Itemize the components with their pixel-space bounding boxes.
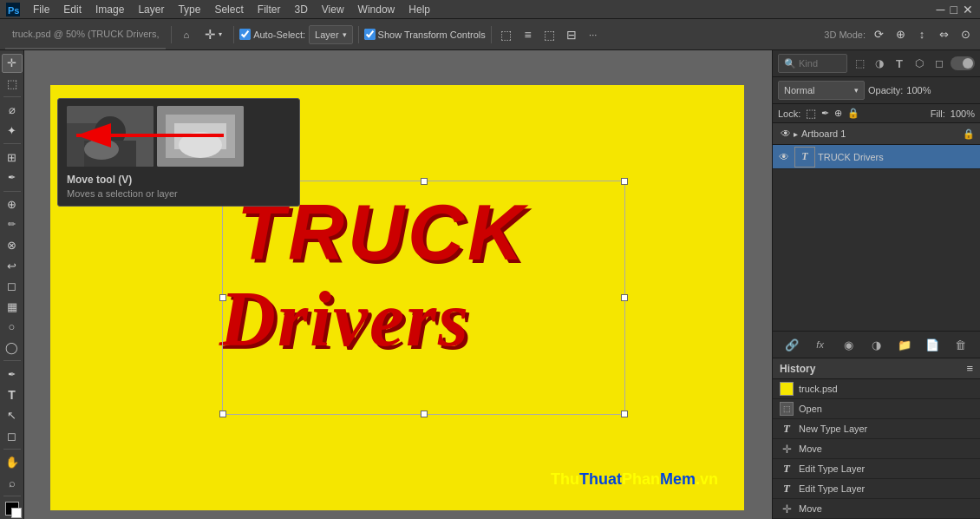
align-left-icon[interactable]: ⬚ xyxy=(497,25,516,44)
brush-btn[interactable]: ✏ xyxy=(2,215,23,234)
lock-position-icon[interactable]: ✒ xyxy=(821,108,829,119)
3d-icon4[interactable]: ⇔ xyxy=(934,25,953,44)
blend-mode-dropdown[interactable]: Normal xyxy=(778,81,865,100)
handle-mr[interactable] xyxy=(621,294,628,301)
menu-select[interactable]: Select xyxy=(207,2,250,17)
menu-view[interactable]: View xyxy=(315,2,351,17)
gradient-btn[interactable]: ▦ xyxy=(2,298,23,317)
lock-pixels-icon[interactable]: ⬚ xyxy=(806,107,816,120)
filter-pixel-icon[interactable]: ⬚ xyxy=(851,55,868,72)
blur-btn[interactable]: ○ xyxy=(2,318,23,337)
close-btn[interactable]: ✕ xyxy=(963,3,973,16)
menu-layer[interactable]: Layer xyxy=(131,2,171,17)
lock-all-icon[interactable]: 🔒 xyxy=(847,108,859,119)
eraser-btn[interactable]: ◻ xyxy=(2,277,23,296)
path-btn[interactable]: ↖ xyxy=(2,406,23,425)
history-item-4[interactable]: T Edit Type Layer xyxy=(773,459,980,479)
distribute-icon[interactable]: ⊟ xyxy=(562,25,581,44)
delete-layer-btn[interactable]: 🗑 xyxy=(951,335,970,354)
home-button[interactable]: ⌂ xyxy=(177,26,195,43)
zoom-btn[interactable]: ⌕ xyxy=(2,473,23,492)
minimize-btn[interactable]: ─ xyxy=(937,3,945,16)
handle-bm[interactable] xyxy=(421,411,428,417)
menu-file[interactable]: File xyxy=(26,2,56,17)
layer-dropdown[interactable]: Layer xyxy=(309,25,353,44)
transform-checkbox[interactable]: Show Transform Controls xyxy=(364,29,486,40)
lock-artboard-icon[interactable]: ⊕ xyxy=(834,108,842,119)
artboard-header[interactable]: 👁 ▸ Artboard 1 🔒 xyxy=(773,123,980,145)
history-item-2[interactable]: T New Type Layer xyxy=(773,419,980,439)
layer-search[interactable]: 🔍 xyxy=(778,54,847,73)
adjustment-btn[interactable]: ◑ xyxy=(866,335,885,354)
align-right-icon[interactable]: ⬚ xyxy=(540,25,559,44)
menu-help[interactable]: Help xyxy=(402,2,437,17)
history-item-0[interactable]: truck.psd xyxy=(773,379,980,399)
mask-btn[interactable]: ◉ xyxy=(839,335,858,354)
handle-tm[interactable] xyxy=(421,178,428,185)
history-brush-btn[interactable]: ↩ xyxy=(2,256,23,275)
stamp-btn[interactable]: ⊗ xyxy=(2,236,23,255)
filter-adjust-icon[interactable]: ◑ xyxy=(871,55,888,72)
lasso-tool-btn[interactable]: ⌀ xyxy=(2,101,23,120)
3d-icon5[interactable]: ⊙ xyxy=(956,25,975,44)
healing-btn[interactable]: ⊕ xyxy=(2,194,23,214)
menu-window[interactable]: Window xyxy=(351,2,402,17)
more-icon[interactable]: ··· xyxy=(584,25,603,44)
artboard-eye-icon[interactable]: 👁 xyxy=(778,126,794,141)
opacity-value[interactable]: 100% xyxy=(906,85,931,95)
select-tool-btn[interactable]: ⬚ xyxy=(2,75,23,94)
history-menu-icon[interactable]: ≡ xyxy=(966,362,973,375)
move-button[interactable]: ✛ ▾ xyxy=(199,23,228,46)
layer-eye-icon[interactable]: 👁 xyxy=(776,149,792,165)
history-item-3[interactable]: ✛ Move xyxy=(773,439,980,459)
3d-icon1[interactable]: ⟳ xyxy=(869,25,888,44)
artboard-expand-icon[interactable]: ▸ xyxy=(794,129,798,139)
handle-br[interactable] xyxy=(621,411,628,417)
auto-select-checkbox[interactable]: Auto-Select: xyxy=(239,29,305,40)
tool-sep4 xyxy=(3,360,21,361)
maximize-btn[interactable]: □ xyxy=(951,3,957,16)
filter-shape-icon[interactable]: ⬡ xyxy=(911,55,928,72)
move-icon: ✛ xyxy=(205,27,216,43)
menu-3d[interactable]: 3D xyxy=(287,2,314,17)
history-item-6[interactable]: ✛ Move xyxy=(773,499,980,519)
history-item-1[interactable]: ⬚ Open xyxy=(773,399,980,419)
menu-image[interactable]: Image xyxy=(88,2,131,17)
menu-filter[interactable]: Filter xyxy=(251,2,288,17)
document-tab[interactable]: truck.psd @ 50% (TRUCK Drivers, xyxy=(5,19,166,49)
shape-btn[interactable]: ◻ xyxy=(2,426,23,445)
history-title: History xyxy=(780,363,815,375)
move-tool-btn[interactable]: ✛ xyxy=(2,54,23,73)
crop-tool-btn[interactable]: ⊞ xyxy=(2,148,23,167)
new-layer-btn[interactable]: 📄 xyxy=(923,335,942,354)
auto-select-input[interactable] xyxy=(239,29,251,40)
3d-icon3[interactable]: ↕ xyxy=(912,25,931,44)
fill-value[interactable]: 100% xyxy=(951,108,975,119)
text-btn[interactable]: T xyxy=(2,385,23,404)
layer-row-truck[interactable]: 👁 T TRUCK Drivers xyxy=(773,145,980,169)
foreground-color[interactable] xyxy=(5,502,19,516)
magic-wand-btn[interactable]: ✦ xyxy=(2,122,23,141)
history-item-5[interactable]: T Edit Type Layer xyxy=(773,479,980,499)
kind-filter-input[interactable] xyxy=(799,58,841,69)
hand-btn[interactable]: ✋ xyxy=(2,453,23,472)
link-layers-btn[interactable]: 🔗 xyxy=(782,335,801,354)
canvas-area[interactable]: TRUCK Drivers ThuThuatPhanMem.vn xyxy=(24,50,772,519)
3d-icon2[interactable]: ⊕ xyxy=(891,25,910,44)
drivers-text: Drivers xyxy=(219,280,470,358)
eyedropper-btn[interactable]: ✒ xyxy=(2,168,23,187)
transform-input[interactable] xyxy=(364,29,376,40)
dodge-btn[interactable]: ◯ xyxy=(2,338,23,358)
pen-btn[interactable]: ✒ xyxy=(2,365,23,384)
filter-type-icon[interactable]: T xyxy=(891,55,908,72)
handle-tr[interactable] xyxy=(621,178,628,185)
filter-toggle[interactable] xyxy=(951,56,975,70)
filter-smart-icon[interactable]: ◻ xyxy=(931,55,948,72)
menu-edit[interactable]: Edit xyxy=(56,2,88,17)
menu-type[interactable]: Type xyxy=(171,2,207,17)
fx-btn[interactable]: fx xyxy=(811,335,830,354)
opacity-control: Opacity: 100% xyxy=(868,85,931,95)
handle-bl[interactable] xyxy=(219,411,226,417)
folder-btn[interactable]: 📁 xyxy=(895,335,914,354)
align-center-icon[interactable]: ≡ xyxy=(519,25,538,44)
